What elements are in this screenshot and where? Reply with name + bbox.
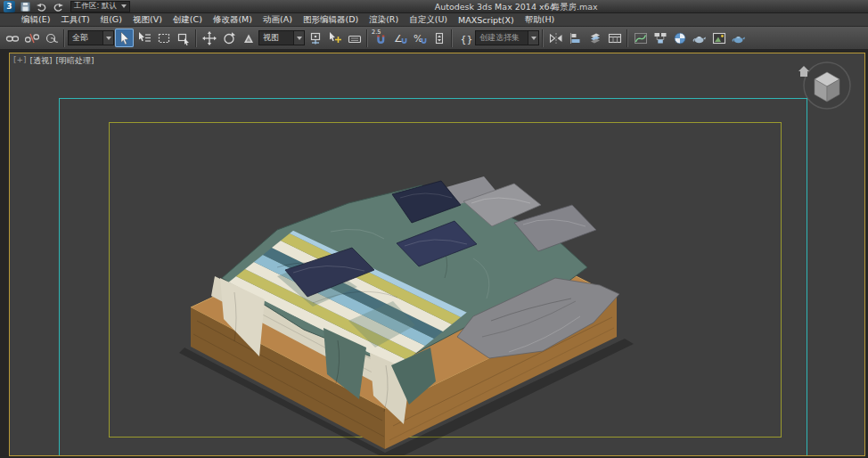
menu-graph-editors[interactable]: 图形编辑器(D) (298, 13, 364, 26)
redo-icon[interactable] (51, 1, 64, 12)
viewcube-home-icon (798, 66, 809, 77)
app-title: Autodesk 3ds Max 2014 x64 (435, 2, 555, 12)
curve-editor-icon[interactable] (631, 29, 650, 47)
graphite-ribbon-icon[interactable] (605, 29, 624, 47)
rendered-frame-window-icon[interactable] (709, 29, 728, 47)
snaps-toggle-icon[interactable]: 2.5 (371, 29, 389, 47)
svg-text:{}: {} (460, 33, 472, 45)
select-object-icon[interactable] (115, 29, 134, 47)
reference-coordinate-system-dropdown[interactable]: 视图 (258, 30, 305, 45)
select-and-link-icon[interactable] (3, 29, 21, 47)
schematic-view-icon[interactable] (651, 29, 669, 47)
percent-snap-toggle-icon[interactable]: % (410, 29, 429, 47)
menu-help[interactable]: 帮助(H) (520, 13, 561, 26)
selection-filter-value: 全部 (72, 32, 88, 44)
viewport-pov-menu[interactable]: [透视] (30, 55, 53, 67)
rectangular-selection-region-icon[interactable] (154, 29, 173, 47)
window-crossing-toggle-icon[interactable] (174, 29, 192, 47)
menu-tools[interactable]: 工具(T) (55, 13, 94, 26)
select-and-move-icon[interactable] (200, 29, 218, 47)
named-selection-sets-dropdown[interactable]: 创建选择集 (475, 30, 539, 45)
unlink-selection-icon[interactable] (22, 29, 41, 47)
viewport-general-menu[interactable]: [+] (13, 55, 27, 67)
bed-model[interactable] (10, 53, 864, 455)
mirror-icon[interactable] (546, 29, 565, 47)
select-by-name-icon[interactable] (135, 29, 153, 47)
named-selection-sets-value: 创建选择集 (479, 32, 520, 44)
svg-text:∠: ∠ (394, 33, 403, 45)
menu-group[interactable]: 组(G) (95, 13, 127, 26)
edit-named-selection-sets-icon[interactable]: {} (455, 29, 474, 47)
main-toolbar: 全部 视图 2.5 ∠ % (0, 27, 868, 50)
viewport-shading-menu[interactable]: [明暗处理] (56, 55, 94, 67)
toolbar-separator (451, 29, 453, 47)
workspace-label: 工作区: 默认 (74, 1, 117, 12)
workspace-selector[interactable]: 工作区: 默认 (70, 1, 130, 12)
toolbar-separator (195, 29, 197, 47)
spinner-snap-toggle-icon[interactable] (430, 29, 448, 47)
menu-edit[interactable]: 编辑(E) (16, 13, 55, 26)
align-icon[interactable] (566, 29, 585, 47)
menubar: 编辑(E) 工具(T) 组(G) 视图(V) 创建(C) 修改器(M) 动画(A… (0, 13, 868, 27)
document-filename: 海景房.max (551, 2, 597, 13)
material-editor-icon[interactable] (670, 29, 689, 47)
save-icon[interactable] (19, 1, 32, 12)
perspective-viewport[interactable]: [+] [透视] [明暗处理] (9, 53, 865, 456)
menu-maxscript[interactable]: MAXScript(X) (453, 13, 520, 26)
chevron-down-icon (121, 4, 127, 8)
chevron-down-icon (106, 37, 111, 40)
menu-create[interactable]: 创建(C) (168, 13, 208, 26)
use-pivot-point-center-icon[interactable] (306, 29, 324, 47)
bind-to-space-warp-icon[interactable] (42, 29, 61, 47)
viewport-label: [+] [透视] [明暗处理] (13, 55, 94, 67)
layer-manager-icon[interactable] (585, 29, 604, 47)
menu-customize[interactable]: 自定义(U) (404, 13, 453, 26)
render-production-icon[interactable] (729, 29, 748, 47)
coordinate-system-value: 视图 (263, 32, 279, 44)
chevron-down-icon (531, 37, 536, 40)
undo-icon[interactable] (35, 1, 48, 12)
select-and-rotate-icon[interactable] (219, 29, 238, 47)
select-and-manipulate-icon[interactable] (325, 29, 344, 47)
3ds-max-logo-icon[interactable]: 3 (4, 1, 15, 12)
toolbar-separator (366, 29, 368, 47)
menu-modifiers[interactable]: 修改器(M) (208, 13, 258, 26)
menu-views[interactable]: 视图(V) (127, 13, 168, 26)
chevron-down-icon (297, 37, 302, 40)
select-and-scale-icon[interactable] (239, 29, 258, 47)
selection-filter-dropdown[interactable]: 全部 (68, 30, 114, 45)
titlebar: 3 工作区: 默认 Autodesk 3ds Max 2014 x64 海景房.… (0, 0, 868, 13)
menu-rendering[interactable]: 渲染(R) (364, 13, 404, 26)
toolbar-separator (626, 29, 628, 47)
toolbar-separator (63, 29, 65, 47)
menu-animation[interactable]: 动画(A) (258, 13, 298, 26)
toolbar-separator (542, 29, 544, 47)
snap-mode-label: 2.5 (372, 29, 381, 36)
render-setup-icon[interactable] (690, 29, 708, 47)
angle-snap-toggle-icon[interactable]: ∠ (390, 29, 409, 47)
viewcube[interactable] (797, 61, 854, 112)
keyboard-shortcut-override-icon[interactable] (345, 29, 364, 47)
